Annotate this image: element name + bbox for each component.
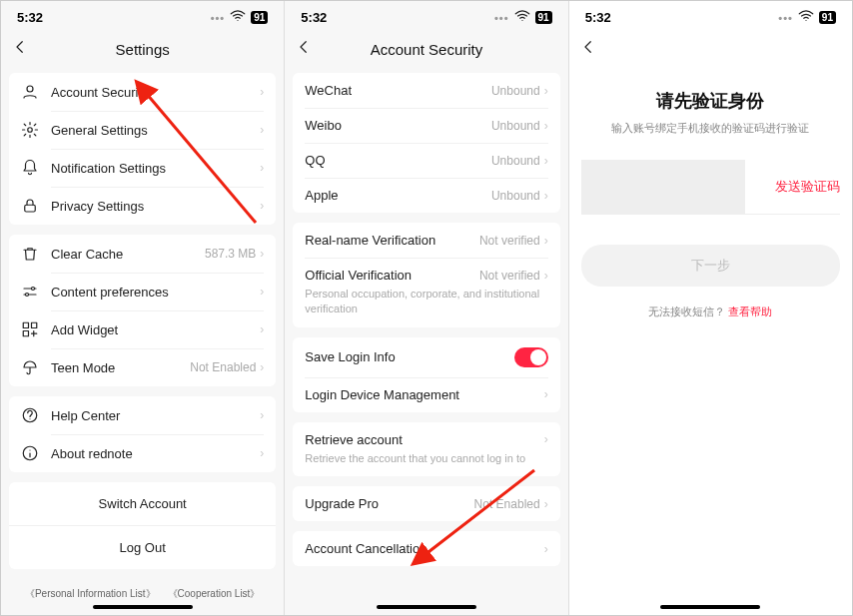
gear-icon: [21, 121, 39, 139]
row-notification-settings[interactable]: Notification Settings ›: [9, 149, 276, 187]
retrieve-desc: Retrieve the account that you cannot log…: [293, 451, 559, 476]
status-bar: 5:32 ••• 91: [285, 1, 567, 30]
svg-rect-6: [32, 322, 37, 327]
signal-icon: •••: [778, 12, 793, 24]
status-bar: 5:32 ••• 91: [1, 1, 284, 30]
widget-icon: [21, 320, 39, 338]
help-line: 无法接收短信？ 查看帮助: [569, 305, 852, 319]
chevron-right-icon: ›: [260, 360, 264, 374]
svg-point-3: [32, 288, 35, 291]
sliders-icon: [21, 283, 39, 301]
chevron-right-icon: ›: [544, 269, 548, 283]
row-add-widget[interactable]: Add Widget ›: [9, 310, 276, 348]
chevron-right-icon: ›: [544, 542, 548, 556]
row-retrieve-account[interactable]: Retrieve account›: [293, 422, 559, 451]
toggle-on-icon[interactable]: [514, 347, 548, 367]
signal-icon: •••: [494, 12, 509, 24]
code-input[interactable]: [581, 160, 745, 214]
row-save-login-info[interactable]: Save Login Info: [293, 337, 559, 377]
status-time: 5:32: [585, 10, 611, 25]
chevron-right-icon: ›: [260, 322, 264, 336]
row-content-preferences[interactable]: Content preferences ›: [9, 273, 276, 310]
battery-icon: 91: [251, 11, 268, 24]
umbrella-icon: [21, 358, 39, 376]
row-help-center[interactable]: Help Center ›: [9, 396, 276, 434]
row-account-cancellation[interactable]: Account Cancellation›: [293, 531, 559, 566]
chevron-right-icon: ›: [544, 432, 548, 446]
bell-icon: [21, 159, 39, 177]
help-link[interactable]: 查看帮助: [728, 306, 772, 317]
row-weibo[interactable]: WeiboUnbound›: [293, 108, 559, 143]
row-general-settings[interactable]: General Settings ›: [9, 111, 276, 149]
row-teen-mode[interactable]: Teen Mode Not Enabled ›: [9, 348, 276, 386]
chevron-right-icon: ›: [260, 247, 264, 261]
page-header: Account Security: [285, 30, 567, 69]
wifi-icon: [797, 7, 815, 28]
wifi-icon: [513, 7, 531, 28]
chevron-right-icon: ›: [260, 285, 264, 299]
row-apple[interactable]: AppleUnbound›: [293, 178, 559, 213]
home-indicator: [93, 605, 193, 609]
row-official-verification[interactable]: Official VerificationNot verified›: [293, 258, 559, 287]
row-privacy-settings[interactable]: Privacy Settings ›: [9, 187, 276, 225]
status-time: 5:32: [17, 10, 43, 25]
lock-icon: [21, 197, 39, 215]
page-title: Account Security: [371, 41, 483, 58]
verification-desc: Personal occupation, corporate, and inst…: [293, 287, 559, 327]
chevron-right-icon: ›: [544, 387, 548, 401]
chevron-right-icon: ›: [544, 234, 548, 248]
chevron-right-icon: ›: [260, 408, 264, 422]
chevron-right-icon: ›: [260, 161, 264, 175]
svg-rect-2: [25, 205, 36, 212]
back-icon[interactable]: [295, 38, 313, 61]
page-header: Settings: [1, 30, 284, 69]
chevron-right-icon: ›: [544, 84, 548, 98]
info-icon: [21, 444, 39, 462]
page-title: Settings: [116, 41, 170, 58]
row-about[interactable]: About rednote ›: [9, 434, 276, 472]
signal-icon: •••: [211, 12, 226, 24]
svg-rect-7: [23, 331, 28, 336]
home-indicator: [377, 605, 476, 609]
personal-info-list-link[interactable]: 《Personal Information List》: [25, 587, 156, 599]
footer-links: 《Personal Information List》 《Cooperation…: [9, 579, 276, 599]
page-header: [569, 30, 852, 69]
battery-icon: 91: [535, 11, 552, 24]
back-icon[interactable]: [11, 38, 29, 61]
row-qq[interactable]: QQUnbound›: [293, 143, 559, 178]
help-icon: [21, 406, 39, 424]
switch-account-button[interactable]: Switch Account: [9, 482, 276, 525]
home-indicator: [660, 605, 760, 609]
row-wechat[interactable]: WeChatUnbound›: [293, 73, 559, 108]
row-clear-cache[interactable]: Clear Cache 587.3 MB ›: [9, 235, 276, 273]
next-button[interactable]: 下一步: [581, 245, 840, 287]
chevron-right-icon: ›: [544, 189, 548, 203]
row-upgrade-pro[interactable]: Upgrade ProNot Enabled›: [293, 486, 559, 521]
chevron-right-icon: ›: [544, 154, 548, 168]
chevron-right-icon: ›: [260, 123, 264, 137]
battery-icon: 91: [819, 11, 836, 24]
row-account-security[interactable]: Account Security ›: [9, 73, 276, 111]
chevron-right-icon: ›: [544, 497, 548, 511]
chevron-right-icon: ›: [260, 85, 264, 99]
send-code-button[interactable]: 发送验证码: [775, 178, 840, 196]
back-icon[interactable]: [579, 38, 597, 61]
chevron-right-icon: ›: [260, 199, 264, 213]
verify-title: 请先验证身份: [569, 89, 852, 113]
user-icon: [21, 83, 39, 101]
verify-subtitle: 输入账号绑定手机接收的验证码进行验证: [569, 121, 852, 136]
chevron-right-icon: ›: [260, 446, 264, 460]
logout-button[interactable]: Log Out: [9, 525, 276, 569]
svg-point-1: [28, 128, 33, 133]
status-bar: 5:32 ••• 91: [569, 1, 852, 30]
row-login-device-management[interactable]: Login Device Management›: [293, 377, 559, 412]
status-time: 5:32: [301, 10, 327, 25]
chevron-right-icon: ›: [544, 119, 548, 133]
row-realname-verification[interactable]: Real-name VerificationNot verified›: [293, 223, 559, 258]
svg-point-4: [26, 294, 29, 297]
divider: [581, 214, 840, 215]
trash-icon: [21, 245, 39, 263]
svg-rect-5: [23, 322, 28, 327]
cooperation-list-link[interactable]: 《Cooperation List》: [168, 587, 261, 599]
wifi-icon: [229, 7, 247, 28]
